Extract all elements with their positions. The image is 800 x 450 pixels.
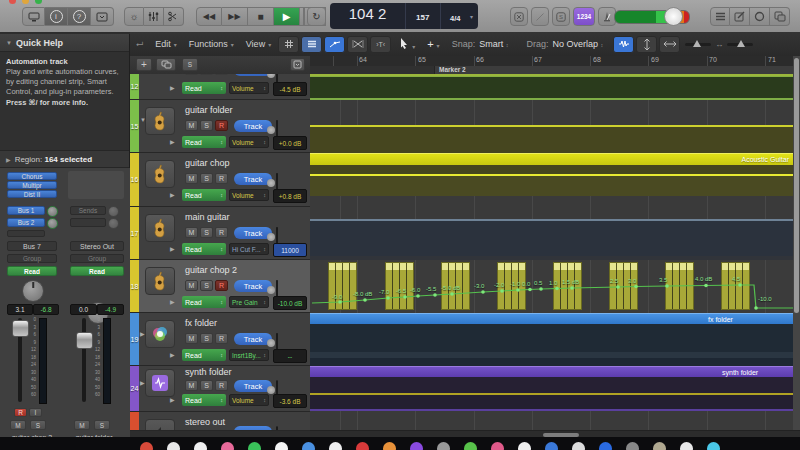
- automation-disclosure-triangle[interactable]: ▶: [170, 298, 175, 305]
- record-enable-button[interactable]: R: [215, 120, 228, 131]
- vertical-scrollbar-handle[interactable]: [794, 58, 799, 313]
- automation-disclosure-triangle[interactable]: ▶: [170, 351, 175, 358]
- automation-disclosure-triangle[interactable]: ▶: [170, 138, 175, 145]
- track-volume-slider[interactable]: [276, 426, 278, 431]
- track-name[interactable]: synth folder: [185, 367, 232, 377]
- automation-mode-menu[interactable]: Read↕: [182, 296, 226, 308]
- add-track-button[interactable]: +: [136, 58, 152, 71]
- mute-button[interactable]: M: [185, 173, 198, 184]
- edit-menu[interactable]: Edit▾: [155, 39, 177, 49]
- macos-dock[interactable]: [0, 437, 800, 450]
- automation-value[interactable]: 11000: [273, 243, 307, 257]
- pointer-tool-menu[interactable]: ▾: [400, 38, 415, 51]
- dock-app-icon[interactable]: [491, 442, 504, 450]
- track-name[interactable]: fx folder: [185, 318, 217, 328]
- send-knob[interactable]: [47, 218, 58, 229]
- dock-app-icon[interactable]: [248, 442, 261, 450]
- forward-button[interactable]: ▶▶: [222, 7, 248, 26]
- smart-controls-icon[interactable]: ☼: [124, 7, 144, 26]
- automation-param-menu[interactable]: Insrt1By...↕: [229, 349, 269, 361]
- group-slot[interactable]: Group: [7, 254, 57, 263]
- toolbar-toggle-icon[interactable]: [91, 7, 114, 26]
- automation-disclosure-triangle[interactable]: ▶: [170, 396, 175, 403]
- lcd-key-signature[interactable]: 4/4 Cmaj: [440, 3, 471, 29]
- mute-button[interactable]: M: [74, 420, 90, 430]
- browsers-icon[interactable]: [770, 7, 790, 26]
- output-slot[interactable]: Stereo Out: [70, 241, 124, 251]
- duplicate-track-button[interactable]: [156, 58, 176, 71]
- loop-browser-icon[interactable]: [750, 7, 770, 26]
- dock-app-icon[interactable]: [356, 442, 369, 450]
- flex-tool-icon[interactable]: ›T‹: [370, 36, 391, 53]
- master-volume-knob[interactable]: [664, 7, 683, 26]
- minimize-window-button[interactable]: [22, 0, 29, 4]
- track-name[interactable]: main guitar: [185, 212, 230, 222]
- drag-menu[interactable]: No Overlap ↕: [552, 39, 603, 49]
- input-monitor-button[interactable]: I: [29, 408, 42, 417]
- folder-disclosure-triangle[interactable]: ▶: [140, 379, 145, 386]
- send-knob[interactable]: [47, 206, 58, 217]
- editors-icon[interactable]: [164, 7, 184, 26]
- track-header-guitar-chop-2[interactable]: 18guitar chop 2M S R Track ▶ Read↕ Pre G…: [130, 260, 310, 313]
- track-header-stereo-out[interactable]: stereo outTrack: [130, 412, 310, 431]
- automation-param-menu[interactable]: Hi Cut F...↕: [229, 243, 269, 255]
- track-header-options-icon[interactable]: [290, 58, 305, 71]
- automation-value[interactable]: +0.8 dB: [273, 189, 307, 203]
- fader-value[interactable]: 0.0: [70, 304, 97, 315]
- dock-app-icon[interactable]: [167, 442, 180, 450]
- automation-mode-menu[interactable]: Read↕: [182, 189, 226, 201]
- quick-help-toggle-icon[interactable]: ?: [68, 7, 91, 26]
- audio-fx-slot[interactable]: Multipr: [7, 181, 57, 189]
- horizontal-scrollbar[interactable]: [310, 430, 800, 437]
- record-enable-button[interactable]: R: [215, 280, 228, 291]
- solo-button[interactable]: S: [200, 333, 213, 344]
- automation-view-icon[interactable]: [324, 36, 345, 53]
- track-name[interactable]: guitar folder: [185, 105, 233, 115]
- mute-button[interactable]: M: [185, 280, 198, 291]
- track-view-icon[interactable]: [301, 36, 322, 53]
- group-slot[interactable]: Group: [70, 254, 124, 263]
- solo-button[interactable]: S: [200, 380, 213, 391]
- vertical-auto-zoom-icon[interactable]: [636, 36, 657, 53]
- pan-knob[interactable]: [22, 280, 44, 302]
- mute-button[interactable]: M: [185, 380, 198, 391]
- catch-playhead-icon[interactable]: ⮠: [136, 39, 143, 50]
- tracks-arrange-area[interactable]: 63 64 65 66 67 68 69 70 71 Marker 2 Acou…: [310, 56, 800, 437]
- automation-mode-menu[interactable]: Read↕: [182, 82, 226, 94]
- functions-menu[interactable]: Functions▾: [189, 39, 234, 49]
- solo-button[interactable]: S: [200, 280, 213, 291]
- automation-mode-slot[interactable]: Read: [70, 266, 124, 276]
- send-slot[interactable]: Bus 2: [7, 218, 45, 227]
- dock-app-icon[interactable]: [464, 442, 477, 450]
- vertical-scrollbar[interactable]: [793, 56, 800, 430]
- rewind-button[interactable]: ◀◀: [196, 7, 222, 26]
- solo-button[interactable]: S: [30, 420, 46, 430]
- track-button[interactable]: Track: [234, 426, 272, 431]
- dock-app-icon[interactable]: [221, 442, 234, 450]
- lcd-chevron-icon[interactable]: ▾: [470, 13, 478, 20]
- mixer-icon[interactable]: [144, 7, 164, 26]
- record-enable-button[interactable]: R: [215, 173, 228, 184]
- dock-app-icon[interactable]: [518, 442, 531, 450]
- automation-disclosure-triangle[interactable]: ▶: [170, 191, 175, 198]
- crossfade-tool-icon[interactable]: [347, 36, 368, 53]
- dock-app-icon[interactable]: [383, 442, 396, 450]
- track-header-guitar-folder[interactable]: 15▼guitar folderM S R Track ▶ Read↕ Volu…: [130, 100, 310, 153]
- automation-param-menu[interactable]: Volume↕: [229, 394, 269, 406]
- automation-param-menu[interactable]: Volume↕: [229, 82, 269, 94]
- dock-app-icon[interactable]: [302, 442, 315, 450]
- automation-value[interactable]: -4.5 dB: [273, 82, 307, 96]
- lcd-display[interactable]: 104 2 BAR BEAT 157 KEEP TEMPO 4/4 Cmaj ▾: [330, 3, 478, 29]
- automation-disclosure-triangle[interactable]: ▶: [170, 84, 175, 91]
- stop-button[interactable]: ■: [248, 7, 274, 26]
- dock-app-icon[interactable]: [653, 442, 666, 450]
- solo-button[interactable]: S: [94, 420, 110, 430]
- mute-button[interactable]: M: [185, 227, 198, 238]
- dock-app-icon[interactable]: [275, 442, 288, 450]
- region-fx-folder[interactable]: fx folder: [310, 313, 793, 324]
- dock-app-icon[interactable]: [680, 442, 693, 450]
- snap-menu[interactable]: Smart ↕: [479, 39, 508, 49]
- play-button[interactable]: ▶: [274, 7, 300, 26]
- mute-button[interactable]: M: [10, 420, 26, 430]
- track-name[interactable]: guitar chop 2: [185, 265, 237, 275]
